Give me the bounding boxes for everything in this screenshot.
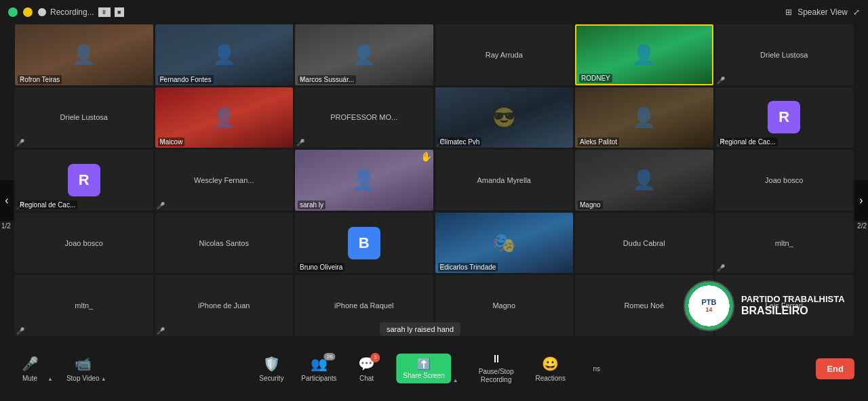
participant-cell[interactable]: 😎 🎤 Climatec Pvh: [435, 87, 574, 148]
participant-name: Fernando Fontes: [158, 75, 214, 84]
participant-cell[interactable]: B Bruno Oliveira: [295, 213, 433, 274]
participant-cell[interactable]: 🎭 🎤 Edicarlos Trindade: [435, 213, 574, 274]
participant-cell[interactable]: R 🎤 Regional de Cac...: [715, 87, 854, 148]
participant-name: Marcos Sussuár...: [298, 75, 356, 84]
pause-recording-icon: ⏸: [491, 353, 502, 365]
share-screen-group: ⬆️ Share Screen ▲: [397, 354, 458, 383]
mute-label: Mute: [22, 375, 37, 382]
mute-group: 🎤 Mute ▲: [14, 356, 53, 382]
ptb-name-line1: PARTIDO TRABALHISTA: [741, 294, 845, 305]
stop-recording-btn[interactable]: ■: [115, 7, 124, 17]
participant-name: Bruno Oliveira: [298, 263, 344, 272]
participant-name: Maicow: [158, 138, 185, 146]
participant-cell[interactable]: mltn_ 🎤: [15, 275, 153, 336]
participant-name: iPhone de Juan: [198, 301, 250, 310]
participant-cell[interactable]: iPhone de Juan 🎤: [155, 275, 294, 336]
participant-cell[interactable]: Wescley Fernan... 🎤: [155, 150, 294, 211]
security-button[interactable]: 🛡️ Security: [255, 356, 288, 382]
participant-cell[interactable]: Driele Lustosa 🎤: [15, 87, 153, 148]
participant-name: Dudu Cabral: [623, 239, 665, 247]
share-screen-icon: ⬆️: [417, 358, 431, 371]
participant-name: Driele Lustosa: [60, 113, 108, 121]
participant-cell[interactable]: Amanda Myrella: [435, 150, 574, 211]
participant-cell[interactable]: R 🎤 Regional de Cac...: [15, 150, 153, 211]
participant-cell[interactable]: 👤 🎤 Rofron Teiras: [15, 24, 153, 85]
participant-name: Magno: [578, 200, 603, 209]
share-screen-label: Share Screen: [403, 372, 445, 379]
avatar: R: [68, 164, 100, 196]
participant-name: Joao bosco: [765, 176, 803, 184]
nav-next-btn[interactable]: ›: [854, 180, 868, 221]
recording-label: Recording...: [50, 7, 94, 17]
participant-cell[interactable]: 👤 Aleks Palitot: [575, 87, 713, 148]
participant-cell[interactable]: mltn_ 🎤: [715, 213, 854, 274]
participant-name: Regional de Cac...: [718, 138, 778, 146]
toolbar-left: 🎤 Mute ▲ 📹 Stop Video ▲: [14, 356, 106, 382]
participant-name: Ray Arruda: [486, 51, 523, 59]
participant-cell[interactable]: 👤 🎤 Fernando Fontes: [155, 24, 294, 85]
security-label: Security: [259, 375, 283, 382]
participant-cell[interactable]: 👤 🎤 Maicow: [155, 87, 294, 148]
participant-cell[interactable]: Ray Arruda: [435, 24, 574, 85]
ptb-logo: PTB 14 PARTIDO TRABALHISTA BRASILEIRO: [678, 275, 868, 336]
participant-cell[interactable]: Joao bosco: [715, 150, 854, 211]
ptb-text: PARTIDO TRABALHISTA BRASILEIRO: [741, 294, 845, 318]
mute-icon: 🎤: [16, 327, 24, 335]
participant-cell[interactable]: Driele Lustosa 🎤: [715, 24, 854, 85]
stop-video-button[interactable]: 📹 Stop Video: [66, 356, 100, 382]
share-screen-button[interactable]: ⬆️ Share Screen: [397, 354, 452, 383]
participant-name: mltn_: [775, 239, 793, 247]
fullscreen-icon[interactable]: ⤢: [853, 7, 860, 17]
participant-name: RODNEY: [579, 74, 612, 83]
mute-button[interactable]: 🎤 Mute: [14, 356, 46, 382]
participant-cell[interactable]: 👤 🎤 Marcos Sussuár...: [295, 24, 433, 85]
participant-cell[interactable]: Joao bosco: [15, 213, 153, 274]
chat-button[interactable]: 💬 3 Chat: [351, 356, 383, 382]
video-chevron[interactable]: ▲: [101, 376, 106, 382]
pause-recording-button[interactable]: ⏸ Pause/Stop Recording: [472, 353, 521, 384]
top-bar-right: ⊞ Speaker View ⤢: [785, 7, 860, 17]
participant-cell[interactable]: PROFESSOR MO... 🎤: [295, 87, 433, 148]
reactions-button[interactable]: 😀 Reactions: [534, 356, 567, 382]
share-chevron[interactable]: ▲: [453, 377, 458, 383]
top-bar: Recording... ⏸ ■ ⊞ Speaker View ⤢: [0, 0, 868, 24]
participant-name: Regional de Cac...: [18, 200, 77, 209]
participant-name: Edicarlos Trindade: [438, 263, 498, 272]
participant-cell[interactable]: 👤 ✋ sarah ly: [295, 150, 433, 211]
participant-cell[interactable]: Dudu Cabral: [575, 213, 713, 274]
tooltip: sarah ly raised hand: [380, 322, 460, 336]
participant-name: Wescley Fernan...: [194, 176, 254, 184]
speaker-view-icon: ⊞: [785, 7, 792, 17]
hand-raise-icon: ✋: [420, 151, 432, 162]
reactions-label: Reactions: [535, 375, 565, 382]
participant-cell-highlighted[interactable]: 👤 RODNEY: [575, 24, 713, 85]
participants-label: Participants: [301, 375, 336, 382]
participant-name: Driele Lustosa: [760, 51, 808, 59]
video-icon: 📹: [75, 356, 92, 372]
speaker-view-label[interactable]: Speaker View: [797, 7, 848, 17]
pause-recording-label: Pause/Stop Recording: [472, 368, 521, 384]
nav-prev-btn[interactable]: ‹: [0, 180, 14, 221]
participant-cell[interactable]: 👤 Magno: [575, 150, 713, 211]
stop-video-label: Stop Video: [66, 375, 100, 382]
chat-badge: 3: [371, 353, 380, 362]
page-indicator-right: 2/2: [857, 222, 867, 230]
pause-recording-btn[interactable]: ⏸: [98, 7, 111, 17]
mute-icon: 🎤: [717, 77, 725, 84]
participant-name: Joao bosco: [65, 239, 103, 247]
participants-button[interactable]: 👥 26 Participants: [301, 356, 336, 382]
more-button[interactable]: ns: [580, 365, 613, 373]
mute-icon: 🎤: [717, 264, 725, 272]
mute-chevron[interactable]: ▲: [47, 376, 53, 382]
ptb-name-line2: BRASILEIRO: [741, 304, 845, 317]
participant-name: Romeu Noé: [624, 301, 664, 310]
participant-name: Aleks Palitot: [578, 138, 619, 146]
participant-cell[interactable]: Nicolas Santos: [155, 213, 294, 274]
reactions-icon: 😀: [542, 356, 559, 372]
mute-icon: 🎤: [296, 139, 304, 146]
recording-indicator: Recording... ⏸ ■: [38, 7, 124, 17]
end-button[interactable]: End: [816, 358, 854, 379]
top-bar-left: Recording... ⏸ ■: [8, 7, 124, 17]
mute-icon: 🎤: [157, 202, 165, 209]
page-indicator-left: 1/2: [1, 222, 11, 230]
